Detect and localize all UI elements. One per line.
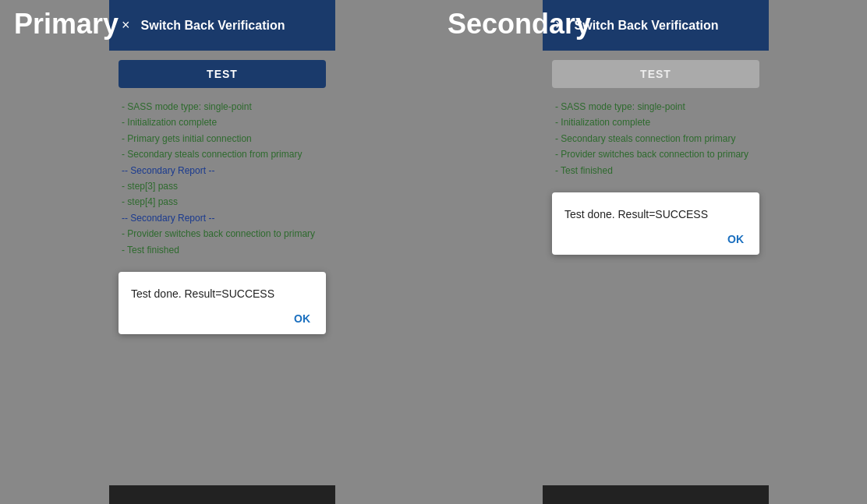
secondary-result-dialog: Test done. Result=SUCCESS OK <box>552 192 759 255</box>
primary-test-button[interactable]: TEST <box>119 60 326 88</box>
log-line: -- Secondary Report -- <box>122 210 323 226</box>
log-line: -- Secondary Report -- <box>122 163 323 178</box>
secondary-label: Secondary <box>434 0 605 48</box>
log-line: - Test finished <box>122 242 323 258</box>
primary-result-dialog: Test done. Result=SUCCESS OK <box>119 272 326 334</box>
primary-dialog-body: TEST - SASS mode type: single-point- Ini… <box>109 51 335 485</box>
primary-log-area: - SASS mode type: single-point- Initiali… <box>119 97 326 259</box>
primary-result-text: Test done. Result=SUCCESS <box>131 287 313 300</box>
secondary-bottom-bar <box>543 485 769 504</box>
secondary-result-text: Test done. Result=SUCCESS <box>564 208 747 220</box>
primary-device-frame: × Switch Back Verification TEST - SASS m… <box>109 0 335 504</box>
log-line: - SASS mode type: single-point <box>122 99 323 115</box>
log-line: - Initialization complete <box>122 115 323 130</box>
log-line: - Test finished <box>555 163 756 178</box>
secondary-test-button[interactable]: TEST <box>552 60 759 88</box>
log-line: - Secondary steals connection from prima… <box>555 131 756 146</box>
secondary-device-frame: × Switch Back Verification TEST - SASS m… <box>543 0 769 504</box>
secondary-log-area: - SASS mode type: single-point- Initiali… <box>552 97 759 180</box>
primary-dialog-title: Switch Back Verification <box>141 19 285 33</box>
log-line: - Initialization complete <box>555 115 756 130</box>
primary-panel: Primary × Switch Back Verification TEST … <box>0 0 434 504</box>
primary-dialog-header: × Switch Back Verification <box>109 0 335 51</box>
secondary-dialog-body: TEST - SASS mode type: single-point- Ini… <box>543 51 769 485</box>
primary-label: Primary <box>0 0 133 48</box>
secondary-panel: Secondary × Switch Back Verification TES… <box>434 0 867 504</box>
log-line: - Provider switches back connection to p… <box>122 226 323 241</box>
log-line: - Primary gets initial connection <box>122 131 323 146</box>
secondary-ok-button[interactable]: OK <box>564 233 747 245</box>
log-line: - step[3] pass <box>122 178 323 194</box>
log-line: - Secondary steals connection from prima… <box>122 146 323 162</box>
log-line: - SASS mode type: single-point <box>555 99 756 115</box>
primary-bottom-bar <box>109 485 335 504</box>
log-line: - Provider switches back connection to p… <box>555 146 756 162</box>
primary-ok-button[interactable]: OK <box>131 312 313 325</box>
log-line: - step[4] pass <box>122 194 323 210</box>
